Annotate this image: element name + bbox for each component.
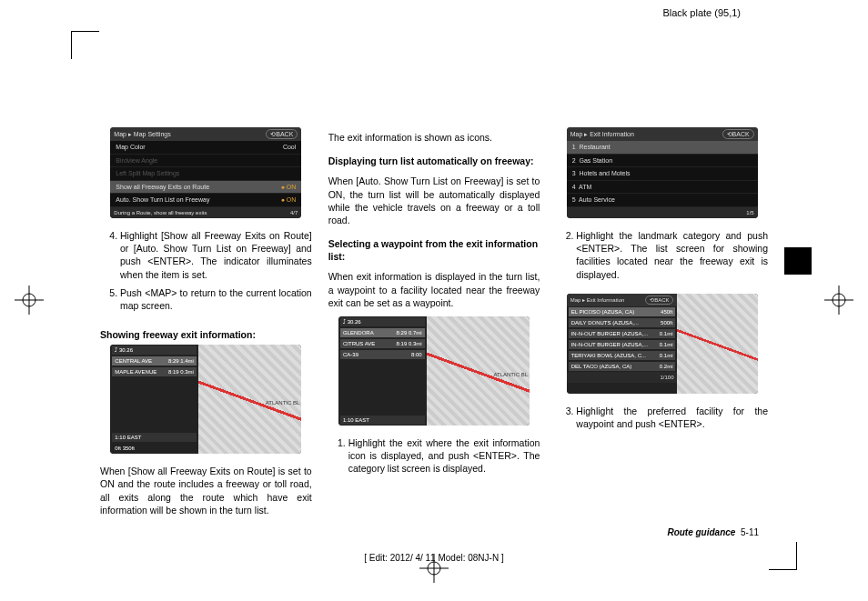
column-3: Map ▸ Exit Information ⟲BACK 1 Restauran…: [556, 127, 768, 546]
subheading: Showing freeway exit information:: [100, 328, 312, 341]
registration-mark-icon: [15, 285, 44, 315]
step-4: Highlight [Show all Freeway Exits on Rou…: [120, 229, 312, 281]
crop-mark: [769, 542, 797, 570]
step-list: Highlight the landmark category and push…: [556, 229, 768, 286]
crop-mark: [71, 31, 99, 59]
nav-screenshot-map-settings: Map ▸ Map Settings ⟲BACK Map ColorCool B…: [110, 127, 301, 218]
step-list: Highlight the preferred facility for the…: [556, 405, 768, 436]
subheading: Selecting a waypoint from the exit infor…: [328, 237, 540, 263]
nav-screenshot-turnlist-2: ⤴ 30.26 GLENDORA8:29 0.7mi CITRUS AVE8:1…: [338, 316, 530, 426]
page-content: Map ▸ Map Settings ⟲BACK Map ColorCool B…: [100, 127, 768, 546]
column-1: Map ▸ Map Settings ⟲BACK Map ColorCool B…: [100, 127, 312, 546]
column-2: The exit information is shown as icons. …: [328, 127, 540, 546]
nav-screenshot-exit-categories: Map ▸ Exit Information ⟲BACK 1 Restauran…: [567, 127, 758, 218]
step-list: Highlight the exit where the exit inform…: [328, 436, 540, 481]
paragraph: When exit information is displayed in th…: [328, 270, 540, 309]
registration-mark-icon: [824, 285, 853, 315]
manual-page: Black plate (95,1) Map ▸ Map Settings ⟲B…: [0, 0, 868, 601]
breadcrumb: Map ▸ Map Settings: [114, 130, 170, 138]
edit-footer: [ Edit: 2012/ 4/ 11 Model: 08NJ-N ]: [364, 553, 503, 563]
nav-screenshot-turnlist-1: ⤴ 30.26 CENTRAL AVE8:29 1.4mi MAPLE AVEN…: [110, 345, 301, 454]
section-tab: [784, 247, 812, 275]
paragraph: When [Show all Freeway Exits on Route] i…: [100, 465, 312, 516]
step-5: Push <MAP> to return to the current loca…: [120, 286, 312, 312]
step-1: Highlight the exit where the exit inform…: [348, 436, 540, 476]
paragraph: When [Auto. Show Turn List on Freeway] i…: [328, 175, 540, 226]
nav-screenshot-facility-list: Map ▸ Exit Information⟲BACK EL PICOSO (A…: [567, 294, 758, 394]
step-list: Highlight [Show all Freeway Exits on Rou…: [100, 229, 312, 317]
step-3: Highlight the preferred facility for the…: [576, 405, 768, 430]
section-footer: Route guidance 5-11: [667, 527, 759, 537]
back-button: ⟲BACK: [722, 129, 754, 139]
subheading: Displaying turn list automatically on fr…: [328, 155, 540, 167]
breadcrumb: Map ▸ Exit Information: [570, 130, 634, 138]
back-button: ⟲BACK: [266, 129, 298, 139]
step-2: Highlight the landmark category and push…: [576, 229, 768, 281]
paragraph: The exit information is shown as icons.: [328, 131, 540, 144]
plate-header: Black plate (95,1): [662, 7, 741, 18]
